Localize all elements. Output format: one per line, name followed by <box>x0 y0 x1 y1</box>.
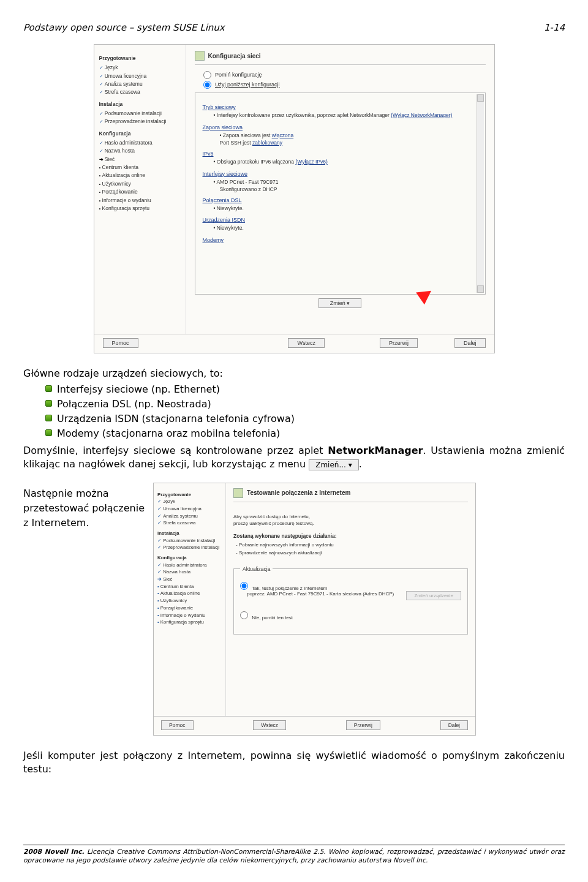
config-item: AMD PCnet - Fast 79C971 <box>214 179 478 186</box>
radio-test-no[interactable]: Nie, pomiń ten test <box>240 611 461 620</box>
installer-footer: Pomoc Wstecz Przerwij Dalej <box>94 334 494 353</box>
bullet-item: Interfejsy sieciowe (np. Ethernet) <box>45 383 565 396</box>
pomoc-button[interactable]: Pomoc <box>103 338 138 348</box>
pane-title-text: Konfiguracja sieci <box>208 53 261 59</box>
bottom-paragraph: Jeśli komputer jest połączony z Internet… <box>23 749 565 776</box>
fieldset-legend: Aktualizacja <box>240 566 273 572</box>
config-item: Zapora sieciowa jest włączona <box>220 132 478 140</box>
bullet-icon <box>45 400 52 407</box>
pane-title: Testowanie połączenia z Internetem <box>233 488 468 498</box>
config-summary-box: Tryb sieciowy Interfejsy kontrolowane pr… <box>195 92 486 295</box>
sidebar-item: Podsumowanie instalacji <box>99 110 181 118</box>
sidebar-item: Hasło administratora <box>99 139 181 147</box>
network-icon <box>195 51 205 61</box>
sidebar-item: Porządkowanie <box>99 188 181 196</box>
radio-test-yes[interactable]: Tak, testuj połączenie z Internetem popr… <box>240 582 461 597</box>
test-message: Aby sprawdzić dostęp do Internetu, prosz… <box>233 513 468 527</box>
installer-main-pane: Testowanie połączenia z Internetem Aby s… <box>226 483 475 716</box>
sidebar-item: Konfiguracja sprzętu <box>99 205 181 213</box>
network-icon <box>233 488 243 498</box>
radio-skip-config[interactable]: Pomiń konfigurację <box>203 71 486 79</box>
action-item: - Pobranie najnowszych informacji o wyda… <box>236 541 468 549</box>
dalej-button[interactable]: Dalej <box>440 720 468 730</box>
section-link-zapora[interactable]: Zapora sieciowa <box>203 124 478 130</box>
divider <box>233 502 468 502</box>
sidebar-item: Umowa licencyjna <box>99 72 181 80</box>
header-page-number: 1-14 <box>544 22 565 33</box>
link-ssh-blocked[interactable]: zablokowany <box>252 140 282 146</box>
text-line: Następnie można <box>23 486 145 501</box>
bullet-icon <box>45 385 52 392</box>
sidebar-group-przygotowanie: Przygotowanie <box>99 55 181 62</box>
sidebar-item: Centrum klienta <box>99 164 181 172</box>
scrollbar[interactable] <box>477 94 484 293</box>
intro-line: Główne rodzaje urządzeń sieciowych, to: <box>23 367 565 380</box>
sidebar-item: Przeprowadzenie instalacji <box>99 118 181 126</box>
sidebar-item-current: Sieć <box>99 156 181 164</box>
body-text: Główne rodzaje urządzeń sieciowych, to: … <box>23 367 565 472</box>
bullet-item: Modemy (stacjonarna oraz mobilna telefon… <box>45 427 565 440</box>
link-firewall-on[interactable]: włączona <box>272 132 293 138</box>
config-item: Obsługa protokołu IPv6 włączona (Wyłącz … <box>214 159 478 166</box>
wstecz-button[interactable]: Wstecz <box>288 338 325 348</box>
bullet-icon <box>45 415 52 421</box>
screenshot-internet-test: Przygotowanie Język Umowa licencyjna Ana… <box>153 483 476 736</box>
pomoc-button[interactable]: Pomoc <box>161 720 193 730</box>
przerwij-button[interactable]: Przerwij <box>380 338 418 348</box>
actions-subhead: Zostaną wykonane następujące działania: <box>233 533 468 539</box>
bullet-icon <box>45 429 52 436</box>
bullet-item: Połączenia DSL (np. Neostrada) <box>45 398 565 411</box>
section-link-ipv6[interactable]: IPv6 <box>203 151 478 157</box>
bullet-item: Urządzenia ISDN (stacjonarna telefonia c… <box>45 412 565 426</box>
sidebar-group-instalacja: Instalacja <box>99 100 181 108</box>
section-link-modemy[interactable]: Modemy <box>203 237 478 243</box>
section-link-dsl[interactable]: Połączenia DSL <box>203 197 478 203</box>
sidebar-item: Aktualizacja online <box>99 172 181 179</box>
radio-use-config[interactable]: Użyj poniższej konfiguracji <box>203 81 486 89</box>
sidebar-item: Język <box>99 64 181 72</box>
zmien-inline-button[interactable]: Zmień... ▾ <box>309 459 359 471</box>
sidebar-group-konfiguracja: Konfiguracja <box>99 130 181 138</box>
action-item: - Sprawdzenie najnowszych aktualizacji <box>236 549 468 557</box>
installer-footer: Pomoc Wstecz Przerwij Dalej <box>154 716 475 735</box>
change-device-button[interactable]: Zmień urządzenie <box>406 591 461 600</box>
zmien-button[interactable]: Zmień ▾ <box>318 298 362 308</box>
installer-sidebar: Przygotowanie Język Umowa licencyjna Ana… <box>154 483 226 716</box>
text-line: przetestować połączenie <box>23 501 145 516</box>
installer-main-pane: Konfiguracja sieci Pomiń konfigurację Uż… <box>186 45 494 334</box>
config-item: Niewykryte. <box>214 205 478 213</box>
link-disable-nm[interactable]: (Wyłącz NetworkManager) <box>391 112 452 118</box>
config-item: Port SSH jest zablokowany <box>220 140 478 146</box>
section-link-isdn[interactable]: Urządzenia ISDN <box>203 217 478 223</box>
sidebar-item: Strefa czasowa <box>99 88 181 96</box>
sidebar-item: Informacje o wydaniu <box>99 197 181 205</box>
page-header: Podstawy open source – system SUSE Linux… <box>23 22 565 33</box>
config-item: Niewykryte. <box>214 225 478 232</box>
pane-title: Konfiguracja sieci <box>195 51 486 61</box>
page-footer-license: 2008 Novell Inc. Licencja Creative Commo… <box>23 845 565 865</box>
divider <box>195 64 486 65</box>
screenshot-network-config: Przygotowanie Język Umowa licencyjna Ana… <box>94 44 495 353</box>
paragraph-networkmanager: Domyślnie, interfejsy sieciowe są kontro… <box>23 444 565 471</box>
sidebar-item: Użytkownicy <box>99 180 181 188</box>
sidebar-item: Analiza systemu <box>99 80 181 88</box>
bullet-list: Interfejsy sieciowe (np. Ethernet) Połąc… <box>45 383 565 440</box>
section-link-interfaces[interactable]: Interfejsy sieciowe <box>203 171 478 177</box>
sidebar-item: Nazwa hosta <box>99 147 181 155</box>
text-line: z Internetem. <box>23 516 145 530</box>
link-disable-ipv6[interactable]: (Wyłącz IPv6) <box>295 159 327 165</box>
config-item: Interfejsy kontrolowane przez użytkownik… <box>214 112 478 119</box>
header-title: Podstawy open source – system SUSE Linux <box>23 22 225 33</box>
przerwij-button[interactable]: Przerwij <box>346 720 380 730</box>
left-column-text: Następnie można przetestować połączenie … <box>23 483 145 736</box>
wstecz-button[interactable]: Wstecz <box>253 720 286 730</box>
installer-sidebar: Przygotowanie Język Umowa licencyjna Ana… <box>94 45 186 334</box>
section-link-tryb[interactable]: Tryb sieciowy <box>203 104 478 110</box>
dalej-button[interactable]: Dalej <box>454 338 486 348</box>
aktualizacja-fieldset: Aktualizacja Tak, testuj połączenie z In… <box>233 566 468 635</box>
config-item: Skonfigurowano z DHCP <box>220 186 478 192</box>
